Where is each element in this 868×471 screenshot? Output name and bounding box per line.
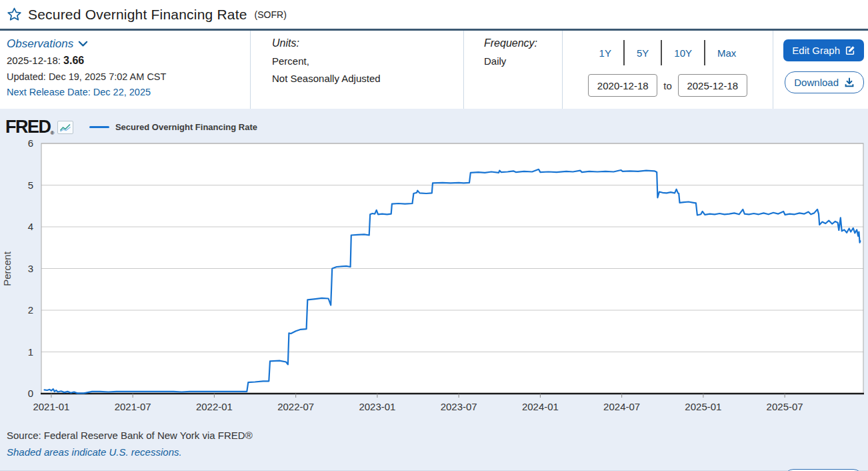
updated-timestamp: Updated: Dec 19, 2025 7:02 AM CST: [7, 71, 250, 82]
chart-legend: Secured Overnight Financing Rate: [89, 122, 257, 132]
edit-icon: [845, 45, 855, 55]
star-icon[interactable]: [7, 7, 22, 22]
units-section: Units: Percent, Not Seasonally Adjusted: [251, 31, 464, 109]
latest-observation-date: 2025-12-18:: [7, 55, 61, 66]
svg-text:0: 0: [28, 388, 33, 399]
observations-dropdown[interactable]: Observations: [7, 37, 250, 51]
latest-observation: 2025-12-18: 3.66: [7, 55, 250, 67]
svg-text:2023-01: 2023-01: [359, 401, 395, 412]
page-title-suffix: (SOFR): [255, 9, 287, 20]
date-range-section: 1Y 5Y 10Y Max to: [563, 31, 773, 109]
end-date-input[interactable]: [678, 74, 747, 97]
units-label: Units:: [272, 37, 463, 49]
range-5y[interactable]: 5Y: [625, 47, 661, 59]
svg-text:2025-07: 2025-07: [767, 401, 803, 412]
next-release-link[interactable]: Next Release Date: Dec 22, 2025: [7, 87, 250, 97]
sofr-line-chart[interactable]: 0123456Percent2021-012021-072022-012022-…: [0, 137, 868, 422]
observations-section: Observations 2025-12-18: 3.66 Updated: D…: [0, 31, 251, 109]
range-1y[interactable]: 1Y: [587, 47, 623, 59]
svg-text:2021-07: 2021-07: [115, 401, 151, 412]
date-range-to-label: to: [663, 80, 672, 91]
svg-text:2022-07: 2022-07: [277, 401, 314, 412]
download-label: Download: [794, 77, 839, 88]
registered-mark: ®: [51, 130, 53, 136]
units-value-1: Percent,: [272, 55, 463, 67]
svg-text:2025-01: 2025-01: [685, 401, 721, 412]
fred-mini-chart-icon: [57, 121, 73, 134]
chart-brand-row: FRED® Secured Overnight Financing Rate: [0, 109, 868, 137]
frequency-section: Frequency: Daily: [464, 31, 563, 109]
svg-text:2024-07: 2024-07: [603, 401, 640, 412]
svg-text:1: 1: [28, 346, 33, 358]
svg-text:4: 4: [28, 221, 33, 232]
download-icon: [844, 77, 855, 88]
chart-footer: Source: Federal Reserve Bank of New York…: [0, 430, 868, 458]
svg-text:2024-01: 2024-01: [522, 401, 559, 412]
svg-text:5: 5: [28, 179, 33, 191]
range-max[interactable]: Max: [705, 47, 748, 59]
source-attribution: Source: Federal Reserve Bank of New York…: [7, 430, 868, 441]
legend-line-swatch: [89, 126, 109, 128]
start-date-input[interactable]: [588, 74, 657, 97]
edit-graph-button[interactable]: Edit Graph: [783, 39, 864, 61]
edit-graph-label: Edit Graph: [792, 45, 840, 56]
range-10y[interactable]: 10Y: [662, 47, 704, 59]
download-button[interactable]: Download: [785, 71, 864, 93]
chevron-down-icon: [78, 40, 88, 48]
actions-section: Edit Graph Download: [773, 31, 868, 109]
frequency-value: Daily: [484, 55, 562, 67]
frequency-label: Frequency:: [484, 37, 562, 49]
latest-observation-value: 3.66: [63, 55, 84, 66]
chart-section: FRED® Secured Overnight Financing Rate 0…: [0, 109, 868, 471]
recessions-link[interactable]: Shaded areas indicate U.S. recessions.: [7, 446, 182, 458]
series-toolbar: Observations 2025-12-18: 3.66 Updated: D…: [0, 31, 868, 109]
page-header: Secured Overnight Financing Rate (SOFR): [0, 0, 868, 29]
svg-text:2022-01: 2022-01: [196, 401, 233, 412]
svg-text:6: 6: [28, 137, 33, 149]
fred-logo: FRED®: [5, 118, 53, 136]
svg-text:2: 2: [28, 304, 33, 316]
range-presets: 1Y 5Y 10Y Max: [563, 40, 773, 65]
svg-text:Percent: Percent: [1, 251, 13, 286]
svg-text:2023-07: 2023-07: [441, 401, 477, 412]
svg-text:3: 3: [28, 263, 33, 274]
page-title: Secured Overnight Financing Rate: [28, 7, 247, 23]
units-value-2: Not Seasonally Adjusted: [272, 73, 463, 84]
legend-label: Secured Overnight Financing Rate: [115, 122, 257, 132]
observations-label: Observations: [7, 37, 73, 51]
svg-text:2021-01: 2021-01: [33, 401, 69, 412]
